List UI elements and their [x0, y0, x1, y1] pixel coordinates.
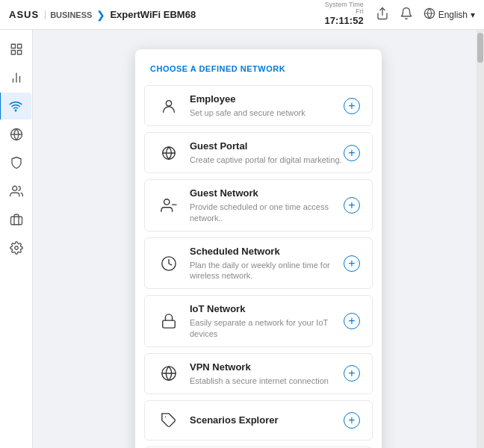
network-selection-modal: CHOOSE A DEFINED NETWORK Employee Set up… — [135, 49, 382, 448]
sidebar-item-settings[interactable] — [3, 234, 30, 261]
network-item-guest-network[interactable]: Guest Network Provide scheduled or one t… — [144, 179, 373, 231]
sidebar-item-parental[interactable] — [3, 178, 30, 205]
network-icon-guest-portal — [157, 141, 181, 165]
network-name-vpn: VPN Network — [190, 361, 344, 374]
network-icon-employee — [157, 94, 181, 118]
sidebar — [0, 30, 33, 448]
network-icon-scenarios — [157, 408, 181, 432]
network-item-employee[interactable]: Employee Set up safe and secure network … — [144, 85, 373, 126]
svg-rect-5 — [17, 51, 21, 55]
share-icon[interactable] — [376, 7, 389, 23]
svg-point-10 — [15, 110, 16, 111]
topbar-actions: English ▾ — [376, 7, 475, 23]
network-item-scenarios[interactable]: Scenarios Explorer + — [144, 400, 373, 441]
scrollbar-thumb[interactable] — [477, 33, 483, 63]
network-list: Employee Set up safe and secure network … — [135, 85, 382, 448]
svg-rect-3 — [11, 44, 15, 48]
svg-point-16 — [166, 100, 171, 105]
network-add-guest-portal[interactable]: + — [344, 145, 360, 161]
sidebar-item-dashboard[interactable] — [3, 36, 30, 63]
content-area: CHOOSE A DEFINED NETWORK Employee Set up… — [33, 30, 484, 448]
network-item-scheduled[interactable]: Scheduled Network Plan the daily or week… — [144, 237, 373, 289]
system-time: System Time Fri 17:11:52 — [325, 1, 364, 28]
network-name-guest-network: Guest Network — [190, 187, 344, 200]
device-name: ExpertWiFi EBM68 — [110, 9, 196, 20]
sidebar-item-topology[interactable] — [3, 64, 30, 91]
notification-icon[interactable] — [400, 7, 413, 23]
nav-chevron-icon: ❯ — [96, 9, 105, 21]
network-icon-iot — [157, 309, 181, 333]
system-time-value: 17:11:52 — [325, 15, 364, 28]
network-text-employee: Employee Set up safe and secure network — [190, 93, 344, 118]
network-add-iot[interactable]: + — [344, 313, 360, 329]
network-item-vpn[interactable]: VPN Network Establish a secure internet … — [144, 353, 373, 394]
network-icon-guest-network — [157, 193, 181, 217]
svg-rect-22 — [163, 320, 176, 328]
network-name-guest-portal: Guest Portal — [190, 140, 344, 153]
language-label: English — [438, 10, 468, 20]
language-selector[interactable]: English ▾ — [424, 7, 475, 22]
logo: ASUS BUSINESS — [9, 9, 92, 20]
globe-icon — [424, 7, 435, 22]
network-name-iot: IoT Network — [190, 303, 344, 316]
network-add-vpn[interactable]: + — [344, 365, 360, 382]
network-item-guest-portal[interactable]: Guest Portal Create captive portal for d… — [144, 132, 373, 173]
network-add-employee[interactable]: + — [344, 98, 360, 114]
network-text-guest-portal: Guest Portal Create captive portal for d… — [190, 140, 344, 165]
network-icon-vpn — [157, 361, 181, 385]
network-name-scenarios: Scenarios Explorer — [190, 414, 344, 427]
network-add-guest-network[interactable]: + — [344, 197, 360, 214]
svg-point-19 — [164, 199, 170, 205]
sidebar-item-network[interactable] — [3, 121, 30, 148]
network-text-vpn: VPN Network Establish a secure internet … — [190, 361, 344, 386]
sidebar-item-security[interactable] — [3, 149, 30, 176]
svg-point-13 — [12, 186, 16, 190]
main-area: CHOOSE A DEFINED NETWORK Employee Set up… — [0, 30, 484, 448]
scrollbar-track[interactable] — [477, 30, 484, 448]
svg-rect-4 — [17, 44, 21, 48]
business-label: BUSINESS — [45, 10, 92, 19]
network-add-scheduled[interactable]: + — [344, 255, 360, 272]
network-text-scheduled: Scheduled Network Plan the daily or week… — [190, 246, 344, 281]
svg-rect-14 — [10, 217, 22, 225]
network-name-scheduled: Scheduled Network — [190, 246, 344, 258]
system-time-day: Fri — [356, 8, 364, 15]
network-add-scenarios[interactable]: + — [344, 412, 360, 429]
network-text-scenarios: Scenarios Explorer — [190, 414, 344, 427]
network-text-guest-network: Guest Network Provide scheduled or one t… — [190, 187, 344, 223]
network-item-iot[interactable]: IoT Network Easily separate a network fo… — [144, 295, 373, 346]
svg-point-15 — [14, 246, 18, 250]
network-name-employee: Employee — [190, 93, 344, 106]
asus-brand: ASUS — [9, 9, 39, 20]
topbar: ASUS BUSINESS ❯ ExpertWiFi EBM68 System … — [0, 0, 484, 30]
language-chevron-icon: ▾ — [471, 10, 475, 20]
svg-rect-6 — [11, 51, 15, 55]
network-icon-scheduled — [157, 252, 181, 276]
sidebar-item-wifi[interactable] — [0, 93, 31, 119]
network-text-iot: IoT Network Easily separate a network fo… — [190, 303, 344, 338]
sidebar-item-vpn[interactable] — [3, 206, 30, 233]
modal-title: CHOOSE A DEFINED NETWORK — [135, 64, 382, 85]
